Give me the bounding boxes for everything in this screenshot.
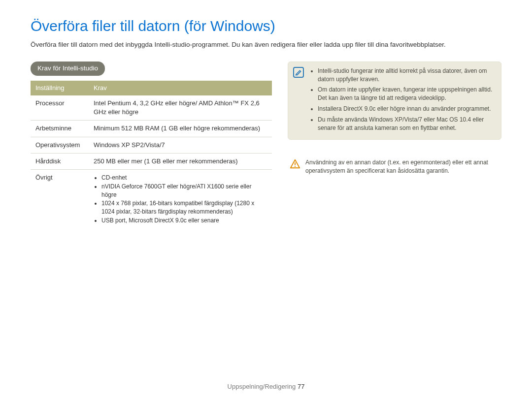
list-item: Intelli-studio fungerar inte alltid korr… bbox=[318, 67, 495, 84]
table-row: Övrigt CD-enhet nVIDIA Geforce 7600GT el… bbox=[31, 169, 272, 228]
table-row: Processor Intel Pentium 4, 3,2 GHz eller… bbox=[31, 95, 272, 121]
list-item: CD-enhet bbox=[101, 174, 267, 182]
list-item: Du måste använda Windows XP/Vista/7 elle… bbox=[318, 116, 495, 132]
list-item: 1024 x 768 pixlar, 16-bitars kompatibel … bbox=[101, 199, 267, 216]
row-label-hdd: Hårddisk bbox=[31, 153, 89, 169]
note-box: Intelli-studio fungerar inte alltid korr… bbox=[288, 62, 501, 140]
left-column: Krav för Intelli-studio Inställning Krav… bbox=[31, 62, 272, 229]
warning-icon bbox=[290, 158, 300, 169]
note-icon bbox=[293, 67, 304, 78]
row-label-processor: Processor bbox=[31, 95, 89, 121]
content-columns: Krav för Intelli-studio Inställning Krav… bbox=[31, 62, 501, 229]
footer-section: Uppspelning/Redigering bbox=[228, 383, 296, 390]
row-label-other: Övrigt bbox=[31, 169, 89, 228]
section-heading: Krav för Intelli-studio bbox=[31, 62, 105, 76]
table-row: Hårddisk 250 MB eller mer (1 GB eller me… bbox=[31, 153, 272, 169]
table-row: Arbetsminne Minimum 512 MB RAM (1 GB ell… bbox=[31, 121, 272, 137]
row-value-hdd: 250 MB eller mer (1 GB eller mer rekomme… bbox=[89, 153, 272, 169]
list-item: USB port, Microsoft DirectX 9.0c eller s… bbox=[101, 216, 267, 225]
warning-box: Användning av en annan dator (t.ex. en e… bbox=[288, 157, 501, 176]
svg-point-1 bbox=[295, 166, 296, 167]
table-row: Operativsystem Windows XP SP2/Vista/7 bbox=[31, 137, 272, 153]
page-footer: Uppspelning/Redigering 77 bbox=[0, 382, 532, 391]
page-title: Överföra filer till datorn (för Windows) bbox=[31, 16, 501, 36]
page-number: 77 bbox=[298, 383, 304, 390]
table-header-req: Krav bbox=[89, 81, 272, 95]
row-label-os: Operativsystem bbox=[31, 137, 89, 153]
row-value-ram: Minimum 512 MB RAM (1 GB eller högre rek… bbox=[89, 121, 272, 137]
table-header-setting: Inställning bbox=[31, 81, 89, 95]
list-item: Installera DirectX 9.0c eller högre inna… bbox=[318, 105, 495, 113]
list-item: nVIDIA Geforce 7600GT eller högre/ATI X1… bbox=[101, 183, 267, 199]
intro-text: Överföra filer till datorn med det inbyg… bbox=[31, 40, 501, 50]
requirements-table: Inställning Krav Processor Intel Pentium… bbox=[31, 81, 272, 229]
right-column: Intelli-studio fungerar inte alltid korr… bbox=[288, 62, 501, 176]
list-item: Om datorn inte uppfyller kraven, fungera… bbox=[318, 86, 495, 102]
row-value-processor: Intel Pentium 4, 3,2 GHz eller högre/ AM… bbox=[89, 95, 272, 121]
row-value-os: Windows XP SP2/Vista/7 bbox=[89, 137, 272, 153]
warning-text: Användning av en annan dator (t.ex. en e… bbox=[305, 158, 499, 175]
row-value-other: CD-enhet nVIDIA Geforce 7600GT eller hög… bbox=[89, 169, 272, 228]
row-label-ram: Arbetsminne bbox=[31, 121, 89, 137]
